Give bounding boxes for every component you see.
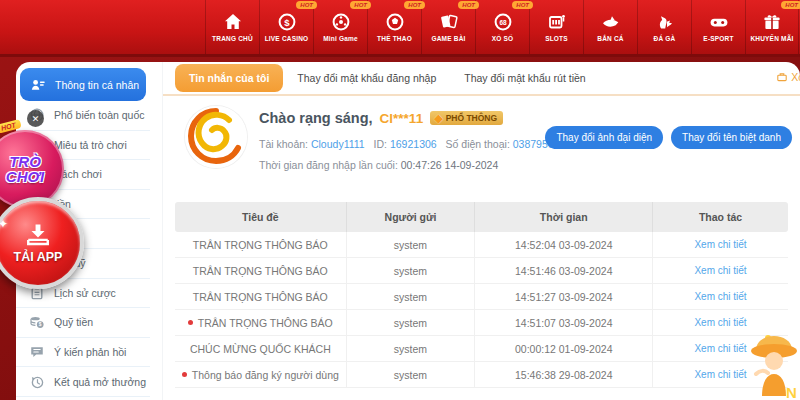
top-nav: HOT TRANG CHỦ HOT $ LIVE CASINO HOT Mini… [0,0,800,57]
column-header: Thao tác [653,202,788,232]
nav-item-minigame[interactable]: HOT Mini Game [313,0,367,54]
nav-item-sports[interactable]: HOT THỂ THAO [367,0,421,54]
change-nickname-button[interactable]: Thay đổi tên biệt danh [671,126,792,149]
message-title: TRÂN TRỌNG THÔNG BÁO [193,265,328,277]
message-title: TRÂN TRỌNG THÔNG BÁO [198,317,333,329]
profile-buttons: Thay đổi ảnh đại diện Thay đổi tên biệt … [545,126,792,149]
profile-section: Chào rạng sáng, Cl***11 ◆PHỔ THÔNG Tài k… [163,96,800,198]
download-app-label: TẢI APP [14,250,63,264]
soccer-icon [385,12,405,32]
change-avatar-button[interactable]: Thay đổi ảnh đại diện [545,126,663,149]
nav-item-label: Mini Game [323,35,358,42]
message-sender: system [347,232,476,257]
account-value: Cloudy1111 [311,138,365,150]
nav-item-label: BẮN CÁ [597,35,623,42]
greeting-text: Chào rạng sáng, [259,110,373,126]
unread-dot [182,372,187,377]
table-row: TRÂN TRỌNG THÔNG BÁO system 14:52:04 03-… [175,232,788,258]
message-title: Thông báo đăng ký người dùng [192,369,339,381]
nav-item-casino[interactable]: HOT $ LIVE CASINO [259,0,313,54]
main-panel: Tin nhắn của tôiThay đổi mật khẩu đăng n… [162,62,800,400]
slot-icon [547,12,567,32]
sidebar-item-label: Kết quả mở thưởng [54,376,146,388]
svg-text:$: $ [284,17,290,28]
unread-dot [188,320,193,325]
nav-item-lottery[interactable]: HOT 68 XỔ SỐ [475,0,529,54]
message-sender: system [347,284,476,309]
sidebar-item-lottery-results[interactable]: Kết quả mở thưởng [16,367,150,397]
message-time: 14:52:04 03-09-2024 [475,232,653,257]
svg-text:68: 68 [499,19,507,26]
gamepad-icon [709,12,729,32]
view-detail-link[interactable]: Xem chi tiết [694,317,746,328]
gift-icon [762,12,782,32]
message-sender: system [347,362,476,387]
message-time: 15:46:38 29-08-2024 [475,362,653,387]
view-detail-link[interactable]: Xem chi tiết [694,291,746,302]
avatar [185,106,247,168]
last-login-label: Thời gian đăng nhập lần cuối: [259,159,398,171]
rooster-icon [655,12,675,32]
tabs: Tin nhắn của tôiThay đổi mật khẩu đăng n… [175,64,600,92]
message-title: TRÂN TRỌNG THÔNG BÁO [193,239,328,251]
sidebar-item-label: Lịch sử cược [54,287,116,299]
nav-item-label: TRANG CHỦ [212,35,253,42]
sidebar-item-funds[interactable]: $ Quỹ tiền [16,308,150,338]
table-row: CHÚC MỪNG QUỐC KHÁCH system 00:00:12 01-… [175,336,788,362]
nav-item-cards[interactable]: HOT GAME BÀI [421,0,475,54]
diamond-icon: ◆ [434,113,442,124]
hot-badge: HOT [781,1,800,9]
username: Cl***11 [380,111,424,126]
table-row: TRÂN TRỌNG THÔNG BÁO system 14:51:07 03-… [175,310,788,336]
nav-item-label: THỂ THAO [377,35,412,42]
view-detail-link[interactable]: Xem chi tiết [694,265,746,276]
game-promo-line1: TRÒ [9,154,41,169]
nav-item-slots[interactable]: HOT SLOTS [529,0,583,54]
view-detail-link[interactable]: Xem chi tiết [694,239,746,250]
tab-2[interactable]: Thay đổi mật khẩu rút tiền [450,64,599,92]
tab-0[interactable]: Tin nhắn của tôi [175,64,283,92]
view-detail-link[interactable]: Xem chi tiết [694,369,746,380]
nav-item-label: ĐÁ GÀ [654,35,676,42]
nav-item-home[interactable]: HOT TRANG CHỦ [205,0,259,54]
nav-item-fishing[interactable]: HOT BẮN CÁ [583,0,637,54]
message-time: 14:51:46 03-09-2024 [475,258,653,283]
hot-badge: HOT [350,1,371,9]
message-sender: system [347,258,476,283]
tab-1[interactable]: Thay đổi mật khẩu đăng nhập [283,64,450,92]
sidebar-item-label: Thông tin cá nhân [55,79,139,91]
download-icon [25,223,51,247]
hot-badge: HOT [296,1,317,9]
sidebar-item-label: Quỹ tiền [54,316,93,328]
content-card: Thông tin cá nhân Phổ biến toàn quốc Miê… [16,62,800,400]
column-header: Người gửi [347,202,476,232]
sidebar-item-feedback[interactable]: Ý kiến phản hồi [16,338,150,368]
tab-bar: Tin nhắn của tôiThay đổi mật khẩu đăng n… [163,62,800,96]
last-login-value: 00:47:26 14-09-2024 [401,159,499,171]
briefcase-icon [776,71,788,83]
messages-table: Tiêu đềNgười gửiThời gianThao tác TRÂN T… [175,202,788,388]
sidebar-item-label: Phổ biến toàn quốc [54,109,145,121]
nav-item-label: KHUYẾN MÃI [750,35,793,42]
message-time: 00:00:12 01-09-2024 [475,336,653,361]
clear-messages-action[interactable]: Xo [776,71,800,83]
view-detail-link[interactable]: Xem chi tiết [694,343,746,354]
close-icon[interactable]: ✕ [27,110,44,127]
nav-item-cockfight[interactable]: HOT ĐÁ GÀ [637,0,691,54]
nav-item-esport[interactable]: HOT E-SPORT [691,0,745,54]
sidebar-item-profile[interactable]: Thông tin cá nhân [20,68,146,101]
nav-item-label: LIVE CASINO [265,35,309,42]
svg-text:$: $ [39,323,42,328]
id-value: 16921306 [390,138,437,150]
phone-label: Số điện thoại: [446,138,510,150]
feedback-icon [29,344,45,360]
profile-info: Chào rạng sáng, Cl***11 ◆PHỔ THÔNG Tài k… [259,110,577,171]
cards-icon [439,12,459,32]
message-title: TRÂN TRỌNG THÔNG BÁO [193,291,328,303]
fish-icon [601,12,621,32]
message-time: 14:51:27 03-09-2024 [475,284,653,309]
home-icon [223,12,243,32]
nav-item-promo[interactable]: HOT KHUYẾN MÃI [745,0,799,54]
messages-table-body: TRÂN TRỌNG THÔNG BÁO system 14:52:04 03-… [175,232,788,388]
hot-badge: HOT [512,1,533,9]
